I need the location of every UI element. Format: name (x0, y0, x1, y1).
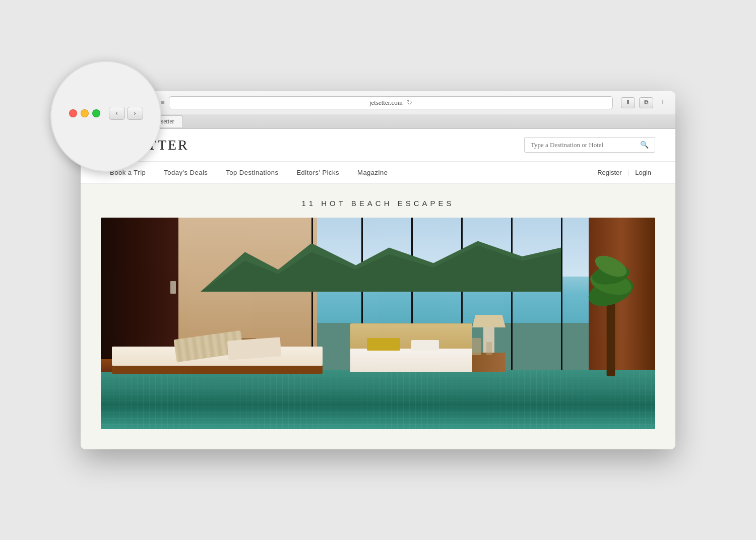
scene-white-pillow (411, 340, 439, 351)
scene-yellow-pillow (367, 338, 400, 351)
browser-actions: ⬆ ⧉ + (621, 97, 668, 108)
scene-palm-right (578, 249, 644, 376)
scene-daybed (112, 347, 323, 366)
address-bar-container: ≡ jetsetter.com ↻ (157, 96, 617, 109)
url-text: jetsetter.com (369, 99, 403, 107)
scene-bottle-2 (486, 342, 492, 355)
login-link[interactable]: Login (631, 162, 655, 183)
address-bar[interactable]: jetsetter.com ↻ (169, 96, 613, 109)
maximize-button-zoom[interactable]: ⊕ (92, 109, 100, 117)
hero-scene (101, 218, 655, 429)
scene-nightstand (472, 353, 506, 372)
scene-bottle-1 (472, 338, 481, 355)
register-link[interactable]: Register (593, 162, 625, 183)
browser-window: ✕ − ⊕ ‹ › ✕ − ⊕ ‹ › ≡ j (81, 91, 675, 449)
scene-lamp-shade (472, 315, 506, 327)
search-icon[interactable]: 🔍 (640, 141, 649, 149)
new-tab-button[interactable]: + (657, 97, 668, 108)
nav-top-destinations[interactable]: Top Destinations (217, 162, 287, 183)
scene-pillow-plain (227, 337, 281, 360)
scene-pool (101, 370, 655, 429)
nav-editors-picks[interactable]: Editors' Picks (287, 162, 348, 183)
scene-mountains (201, 239, 561, 292)
article-title: 11 HOT BEACH ESCAPES (101, 199, 655, 208)
nav-menu: Book a Trip Today's Deals Top Destinatio… (101, 162, 397, 183)
zoom-nav-buttons: ‹ › (109, 107, 143, 120)
forward-button-zoom[interactable]: › (127, 107, 143, 120)
nav-magazine[interactable]: Magazine (348, 162, 397, 183)
traffic-lights-zoom: ✕ − ⊕ (69, 109, 100, 117)
minimize-button-zoom[interactable]: − (81, 109, 89, 117)
site-nav: Book a Trip Today's Deals Top Destinatio… (81, 162, 675, 184)
duplicate-button[interactable]: ⧉ (639, 97, 653, 108)
nav-divider: | (628, 168, 629, 176)
zoom-circle: ✕ − ⊕ ‹ › (50, 61, 161, 172)
search-bar[interactable]: 🔍 (524, 137, 655, 153)
frame-bar-6 (561, 218, 562, 376)
close-button-zoom[interactable]: ✕ (69, 109, 77, 117)
nav-right: Register | Login (593, 162, 655, 183)
main-content: 11 HOT BEACH ESCAPES (81, 184, 675, 449)
back-button-zoom[interactable]: ‹ (109, 107, 125, 120)
reader-icon[interactable]: ≡ (161, 99, 165, 107)
scene-door-handle (170, 281, 176, 294)
nav-todays-deals[interactable]: Today's Deals (155, 162, 217, 183)
hero-image (101, 218, 655, 429)
search-input[interactable] (531, 141, 636, 149)
browser-titlebar: ✕ − ⊕ ‹ › ≡ jetsetter.com ↻ ⬆ ⧉ + (81, 91, 675, 114)
refresh-icon[interactable]: ↻ (407, 99, 412, 107)
website-content: JETSETTER 🔍 Book a Trip Today's Deals To… (81, 129, 675, 449)
browser-chrome: ✕ − ⊕ ‹ › ≡ jetsetter.com ↻ ⬆ ⧉ + (81, 91, 675, 129)
scene-daybed-base (112, 366, 323, 374)
site-header: JETSETTER 🔍 (81, 129, 675, 162)
zoom-titlebar: ✕ − ⊕ ‹ › (69, 107, 143, 120)
share-button[interactable]: ⬆ (621, 97, 635, 108)
tab-bar: 11 Hot Beach Escapes - Jetsetter (81, 114, 675, 128)
